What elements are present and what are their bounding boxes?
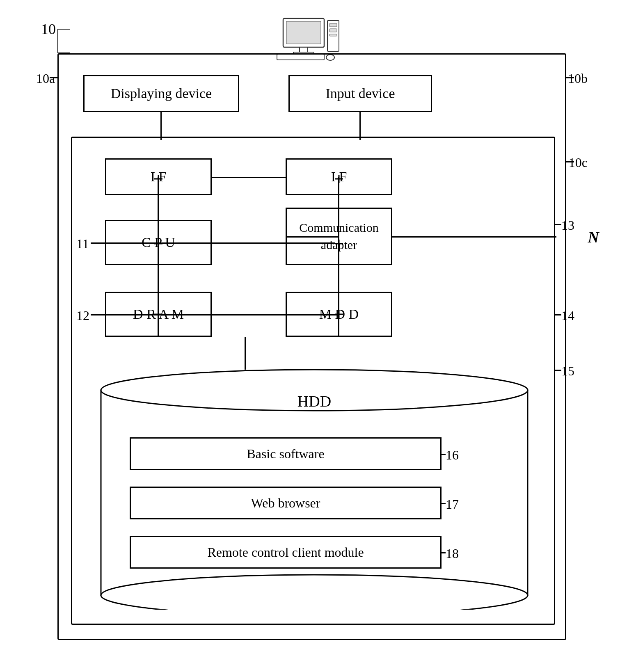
outer-box: 10a 10b 10c Displaying device Input devi… — [57, 53, 566, 640]
label-10: 10 — [41, 21, 56, 38]
line-input-down — [359, 112, 361, 140]
bracket-11-h — [91, 242, 105, 244]
input-device-label: Input device — [326, 86, 395, 101]
bracket-17-h — [442, 503, 446, 504]
remote-control-label: Remote control client module — [207, 545, 364, 560]
label-16: 16 — [446, 448, 459, 463]
bracket-10c-h — [565, 161, 574, 162]
basic-software-box: Basic software — [130, 437, 442, 470]
bus-if-horizontal — [212, 177, 286, 178]
cross-if-right — [335, 175, 343, 183]
svg-rect-6 — [329, 23, 337, 27]
bracket-10 — [57, 29, 70, 53]
label-18: 18 — [446, 546, 459, 561]
bracket-16-h — [442, 454, 446, 455]
input-device-box: Input device — [288, 75, 432, 112]
label-11: 11 — [76, 236, 89, 251]
line-cpu-left — [105, 242, 158, 244]
label-12: 12 — [76, 308, 89, 323]
displaying-device-box: Displaying device — [83, 75, 239, 112]
line-dram-left — [105, 314, 158, 315]
label-10c: 10c — [569, 155, 588, 170]
cross-cpu-bus — [154, 240, 162, 248]
svg-rect-1 — [286, 21, 321, 44]
label-N: N — [588, 228, 599, 246]
cross-comm-bus — [335, 240, 343, 248]
label-15: 15 — [561, 363, 574, 379]
cross-if-left — [154, 175, 162, 183]
web-browser-label: Web browser — [251, 496, 320, 511]
cross-mdd-bus — [335, 310, 343, 318]
line-display-down — [160, 112, 162, 140]
bracket-10b-h — [565, 77, 574, 78]
label-17: 17 — [446, 497, 459, 512]
bracket-15-h — [554, 370, 561, 371]
diagram-container: 10 10a 10b 10c — [33, 16, 583, 656]
line-to-hdd — [245, 337, 246, 370]
hdd-label: HDD — [297, 392, 331, 410]
remote-control-box: Remote control client module — [130, 536, 442, 569]
inner-box: I F I F C P U 11 Communicationadapter 13 — [71, 137, 555, 625]
displaying-device-label: Displaying device — [111, 86, 212, 101]
svg-rect-2 — [300, 47, 308, 52]
svg-rect-7 — [329, 29, 337, 32]
bracket-14-h — [554, 314, 561, 315]
label-13: 13 — [561, 218, 574, 233]
hdd-container: HDD Basic software 16 Web browser 17 Rem… — [97, 368, 532, 610]
bracket-13-h — [554, 224, 561, 225]
bracket-12-h — [91, 314, 105, 315]
bus-cpu-horizontal — [158, 242, 335, 244]
bracket-10a-h — [50, 77, 59, 78]
svg-rect-8 — [329, 34, 337, 36]
line-comm-left — [286, 236, 338, 238]
web-browser-box: Web browser — [130, 487, 442, 519]
bracket-18-h — [442, 552, 446, 553]
line-comm-right — [392, 236, 556, 238]
label-14: 14 — [561, 308, 574, 323]
label-10b: 10b — [568, 71, 588, 86]
basic-software-label: Basic software — [247, 446, 324, 462]
label-10a: 10a — [36, 71, 55, 86]
bus-dram-horizontal — [158, 314, 335, 315]
